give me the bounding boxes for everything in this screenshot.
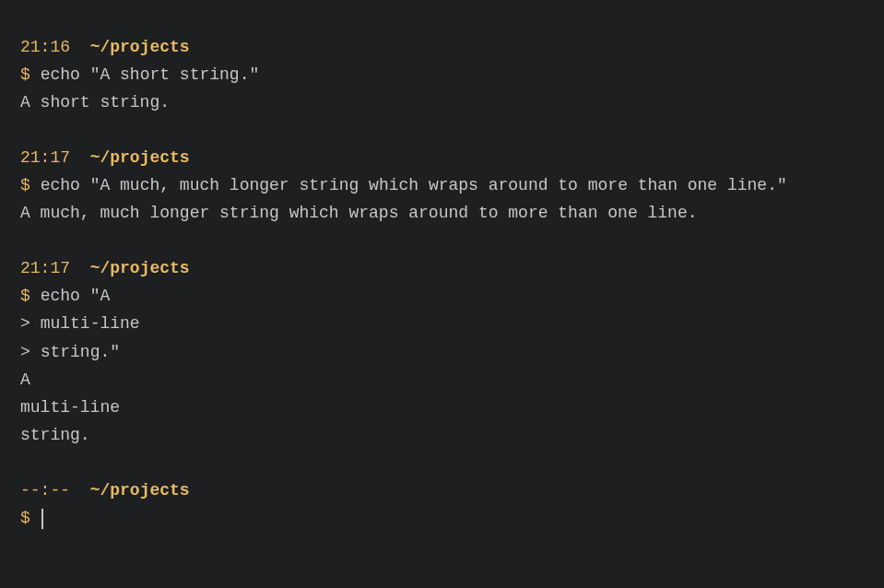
continuation-line: > multi-line [20, 310, 864, 337]
prompt-path: ~/projects [90, 259, 190, 277]
command-text: echo "A short string." [41, 65, 260, 84]
prompt-time: 21:16 [20, 38, 70, 56]
cursor [41, 509, 43, 529]
prompt-time: --:-- [20, 481, 70, 500]
prompt-symbol: $ [20, 509, 30, 527]
prompt-symbol: $ [20, 176, 30, 194]
output-line: A much, much longer string which wraps a… [20, 199, 864, 227]
command-line: $ echo "A [20, 282, 864, 310]
command-line: $ echo "A much, much longer string which… [20, 171, 864, 199]
blank-line [20, 449, 864, 476]
command-text: echo "A much, much longer string which w… [41, 176, 787, 194]
output-line: multi-line [20, 394, 864, 421]
prompt-path: ~/projects [90, 148, 190, 167]
prompt-symbol: $ [20, 65, 30, 84]
command-line: $ echo "A short string." [20, 61, 864, 88]
blank-line [20, 227, 864, 254]
continuation-text: string." [41, 343, 120, 361]
output-text: A much, much longer string which wraps a… [20, 204, 698, 222]
prompt-path: ~/projects [90, 481, 190, 500]
prompt-header: 21:17 ~/projects [20, 254, 864, 282]
output-text: A short string. [20, 93, 170, 112]
prompt-header: 21:17 ~/projects [20, 144, 864, 171]
command-text: echo "A [41, 287, 111, 305]
continuation-prompt: > [20, 314, 30, 333]
prompt-path: ~/projects [90, 38, 190, 56]
output-line: A short string. [20, 88, 864, 116]
continuation-text: multi-line [41, 314, 140, 333]
prompt-time: 21:17 [20, 259, 70, 277]
continuation-prompt: > [20, 343, 30, 361]
prompt-header: 21:16 ~/projects [20, 33, 864, 61]
current-prompt-line[interactable]: $ [20, 504, 864, 532]
output-text: multi-line [20, 398, 120, 417]
output-text: A [20, 370, 30, 389]
prompt-header: --:-- ~/projects [20, 476, 864, 504]
prompt-symbol: $ [20, 287, 30, 305]
continuation-line: > string." [20, 338, 864, 366]
blank-line [20, 116, 864, 144]
output-line: A [20, 366, 864, 394]
output-text: string. [20, 426, 90, 444]
output-line: string. [20, 421, 864, 449]
terminal-output[interactable]: 21:16 ~/projects$ echo "A short string."… [20, 33, 864, 532]
prompt-time: 21:17 [20, 148, 70, 167]
